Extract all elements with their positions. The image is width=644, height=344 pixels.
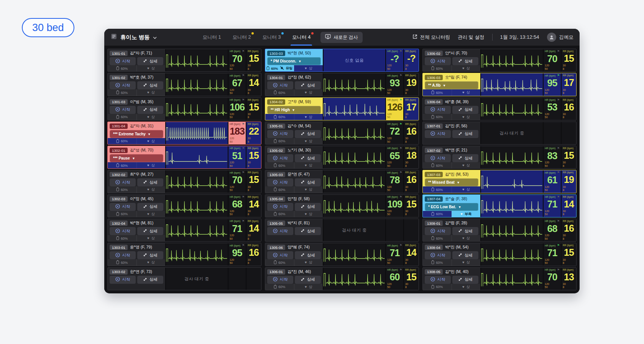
alarm-dropdown[interactable]: ** Missed Beat ▾ (425, 178, 478, 186)
patient-cell[interactable]: 1307-02 백*연 (F, 21) ▾ 시작 상세 (422, 146, 577, 169)
start-button[interactable]: 시작 (110, 178, 136, 186)
detail-button[interactable]: 상세 (295, 276, 321, 284)
user-menu[interactable]: 김예모 (547, 33, 574, 42)
patient-cell[interactable]: 1305-01 김*수 (M, 54) ▾ 시작 상세 (265, 122, 419, 145)
patient-cell[interactable]: 1304-02 고*우 (M, 59) ** HR High ▾ 시작 (265, 97, 419, 120)
start-button[interactable]: 시작 (425, 130, 451, 138)
alarm-dropdown[interactable]: *** Extreme Tachy ▾ (110, 130, 163, 138)
patient-cell[interactable]: 1303-03 박*현 (M, 50) * PM Disconn. ▾ 시작 (265, 49, 419, 72)
patient-cell[interactable]: 1305-04 민*정 (F, 58) ▾ 시작 상세 (265, 194, 419, 217)
tab-monitor-1[interactable]: 모니터 1 (203, 29, 221, 46)
start-button[interactable]: 시작 (267, 178, 293, 186)
start-button[interactable]: 시작 (425, 106, 451, 114)
patient-cell[interactable]: 1306-02 안*서 (F, 70) ▾ 시작 상세 (422, 49, 577, 72)
start-button[interactable]: 시작 (110, 227, 136, 235)
start-button[interactable]: 시작 (425, 227, 451, 235)
ecg-waveform (324, 243, 385, 266)
start-button[interactable]: 시작 (425, 57, 451, 65)
detail-button[interactable]: 상세 (137, 227, 163, 235)
patient-cell[interactable]: 1304-01 강*정 (M, 62) ▾ 시작 상세 (265, 73, 419, 96)
patient-cell[interactable]: 1301-01 김*자 (F, 71) ▾ 시작 상세 (107, 49, 261, 72)
detail-button[interactable]: 상세 (137, 276, 163, 284)
tab-monitor-4[interactable]: 모니터 4 (292, 29, 310, 46)
alarm-dropdown[interactable]: * ECG Low Bat. ▾ (425, 203, 478, 211)
detail-button[interactable]: 상세 (452, 251, 478, 259)
detail-button[interactable]: 상세 (452, 57, 478, 65)
detail-button[interactable]: 상세 (452, 276, 478, 284)
start-button[interactable]: 시작 (110, 106, 136, 114)
patient-cell[interactable]: 1306-01 김*진 (M, 46) ▾ 시작 상세 (265, 267, 419, 290)
detail-button[interactable]: 상세 (137, 178, 163, 186)
alarm-dropdown[interactable]: ** A.fib ▾ (425, 81, 478, 89)
start-button[interactable]: 시작 (267, 227, 293, 235)
patient-cell[interactable]: 1305-02 노*기 (M, 30) ▾ 시작 상세 (265, 146, 419, 169)
detail-button[interactable]: 상세 (452, 106, 478, 114)
patient-cell[interactable]: 1302-04 박*현 (M, 81) ▾ 시작 상세 (107, 219, 261, 242)
patient-cell[interactable]: 1308-04 박*진 (M, 54) ▾ 시작 상세 (422, 243, 577, 266)
detail-button[interactable]: 상세 (295, 178, 321, 186)
patient-cell[interactable]: 1308-01 김*령 (F, 28) ▾ 시작 상세 (422, 219, 577, 242)
start-button[interactable]: 시작 (425, 154, 451, 162)
start-button[interactable]: 시작 (425, 276, 451, 284)
detail-button[interactable]: 상세 (295, 227, 321, 235)
patient-name: 김*진 (F, 56) (445, 123, 467, 129)
start-button[interactable]: 시작 (267, 81, 293, 89)
start-button[interactable]: 시작 (110, 203, 136, 211)
start-button[interactable]: 시작 (267, 276, 293, 284)
cell-status-bar: 60% ♥ 상 (108, 259, 165, 266)
start-button[interactable]: 시작 (267, 154, 293, 162)
patient-cell[interactable]: 1301-03 이*범 (M, 35) ▾ 시작 상세 (107, 97, 261, 120)
new-exam-button[interactable]: 새로운 검사 (320, 32, 362, 43)
patient-cell[interactable]: 1302-02 최*우 (M, 27) ▾ 시작 상세 (107, 170, 261, 193)
start-button[interactable]: 시작 (267, 130, 293, 138)
detail-button[interactable]: 상세 (295, 251, 321, 259)
patient-cell[interactable]: 1305-03 문*연 (F, 47) ▾ 시작 상세 (265, 170, 419, 193)
detail-button[interactable]: 상세 (295, 203, 321, 211)
start-button[interactable]: 시작 (110, 276, 136, 284)
patient-cell[interactable]: 1306-04 배*훈 (M, 39) ▾ 시작 상세 (422, 97, 577, 120)
start-button[interactable]: 시작 (110, 81, 136, 89)
detail-button[interactable]: 상세 (452, 154, 478, 162)
cell-status-bar: 60% ♥ 부족 (423, 211, 480, 217)
detail-button[interactable]: 상세 (137, 106, 163, 114)
play-icon (273, 180, 278, 185)
detail-button[interactable]: 상세 (452, 130, 478, 138)
patient-cell[interactable]: 1305-06 양*혜 (F, 74) ▾ 시작 상세 (265, 243, 419, 266)
start-button[interactable]: 시작 (267, 251, 293, 259)
patient-cell[interactable]: 1307-01 김*진 (F, 56) ▾ 시작 상세 (422, 122, 577, 145)
full-monitoring-link[interactable]: 전체 모니터링 (412, 34, 450, 41)
start-button[interactable]: 시작 (110, 251, 136, 259)
tab-monitor-2[interactable]: 모니터 2 (232, 29, 251, 46)
detail-button[interactable]: 상세 (137, 81, 163, 89)
detail-button[interactable]: 상세 (137, 57, 163, 65)
patient-cell[interactable]: 1308-05 김*민 (M, 40) ▾ 시작 상세 (422, 267, 577, 290)
start-button[interactable]: 시작 (425, 251, 451, 259)
patient-cell[interactable]: 1306-03 오*림 (F, 74) ** A.fib ▾ 시작 (422, 73, 577, 96)
patient-cell[interactable]: 1305-05 박*지 (F, 81) ▾ 시작 상세 (265, 219, 419, 242)
alarm-dropdown[interactable]: *** Pause ▾ (110, 154, 163, 162)
start-button[interactable]: 시작 (110, 57, 136, 65)
patient-cell[interactable]: 1301-04 김*자 (M, 31) *** Extreme Tachy ▾ … (107, 122, 261, 145)
patient-cell[interactable]: 1301-02 박*호 (M, 37) ▾ 시작 상세 (107, 73, 261, 96)
settings-link[interactable]: 관리 및 설정 (458, 34, 484, 41)
detail-button[interactable]: 상세 (137, 203, 163, 211)
patient-cell[interactable]: 1307-04 윤*솔 (F, 38) * ECG Low Bat. ▾ 시작 (422, 194, 577, 217)
detail-button[interactable]: 상세 (295, 81, 321, 89)
ward-selector[interactable]: 휴이노 병동 (110, 33, 157, 41)
alarm-dropdown[interactable]: ** HR High ▾ (267, 106, 321, 114)
start-button[interactable]: 시작 (267, 203, 293, 211)
patient-cell[interactable]: 1303-02 한*연 (F, 73) ▾ 시작 상세 (107, 267, 261, 290)
patient-cell[interactable]: 1302-03 이*정 (M, 45) ▾ 시작 상세 (107, 194, 261, 217)
cell-status-bar: 60% ♥ 상 (108, 211, 165, 217)
detail-button[interactable]: 상세 (295, 130, 321, 138)
alarm-dropdown[interactable]: * PM Disconn. ▾ (267, 57, 321, 65)
patient-cell[interactable]: 1302-01 김*성 (M, 70) *** Pause ▾ 시작 (107, 146, 261, 169)
detail-button[interactable]: 상세 (452, 227, 478, 235)
patient-cell[interactable]: 1307-03 김*진 (M, 53) ** Missed Beat ▾ 시작 (422, 170, 577, 193)
tab-monitor-3[interactable]: 모니터 3 (262, 29, 281, 46)
ecg-waveform (481, 195, 543, 217)
detail-button[interactable]: 상세 (137, 251, 163, 259)
detail-button[interactable]: 상세 (295, 154, 321, 162)
patient-cell[interactable]: 1303-01 윤*영 (F, 79) ▾ 시작 상세 (107, 243, 261, 266)
rr-value: 15 (563, 248, 575, 257)
